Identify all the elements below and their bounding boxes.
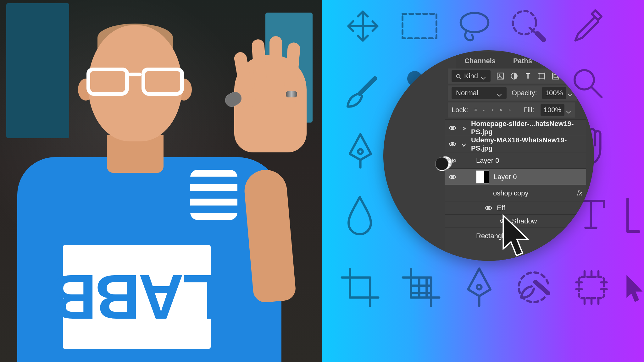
rectangular-marquee-icon: [401, 12, 438, 40]
brush-icon: [343, 75, 380, 112]
ring: [286, 91, 297, 97]
pen-icon: [341, 132, 379, 170]
opacity-label: Opacity:: [512, 89, 537, 97]
lock-row: Lock: Fill: 100%: [448, 102, 575, 118]
lock-all-icon[interactable]: [508, 106, 511, 114]
torso: LABB: [17, 157, 281, 362]
svg-point-4: [358, 149, 363, 154]
layer-group-2[interactable]: Udemy-MAX18-WhatsNew19-PS.jpg: [445, 136, 586, 152]
perspective-crop-icon: [401, 267, 441, 308]
opacity-value: 100%: [542, 87, 566, 99]
svg-point-3: [575, 70, 594, 90]
white-glasses: [86, 68, 184, 97]
effect-label: Eff: [497, 204, 505, 212]
person: LABB: [0, 0, 322, 362]
layers-panel-magnified: Channels Paths Kind T Normal Opacity: 10…: [383, 50, 594, 261]
zoom-icon: [570, 66, 605, 101]
svg-rect-23: [509, 110, 510, 111]
lock-transparent-icon[interactable]: [475, 106, 477, 114]
filter-adjust-icon[interactable]: [510, 72, 518, 80]
chevron-right-icon[interactable]: [461, 125, 467, 131]
svg-point-14: [544, 73, 545, 74]
panel-tabs: Channels Paths: [456, 52, 541, 70]
filter-kind-select[interactable]: Kind: [452, 70, 491, 82]
layer-group-1[interactable]: Homepage-slider-...hatsNew19-PS.jpg: [445, 119, 586, 136]
visibility-icon[interactable]: [448, 140, 457, 148]
lock-artboard-icon[interactable]: [500, 106, 502, 114]
svg-point-1: [461, 13, 488, 32]
search-icon: [456, 73, 462, 79]
filter-pixel-icon[interactable]: [496, 72, 504, 80]
svg-point-28: [487, 207, 490, 209]
fill-label: Fill:: [524, 106, 534, 114]
fill-input[interactable]: 100%: [541, 104, 571, 116]
svg-rect-6: [579, 277, 604, 298]
cursor-icon: [624, 273, 644, 305]
raised-hand: [234, 55, 307, 152]
patch-icon: [574, 267, 609, 308]
group-name: Homepage-slider-...hatsNew19-PS.jpg: [471, 120, 582, 136]
move-icon: [346, 9, 380, 43]
layer-name: Layer 0: [476, 156, 499, 165]
lock-label: Lock:: [452, 106, 468, 114]
opacity-input[interactable]: 100%: [542, 87, 573, 99]
lock-image-icon[interactable]: [483, 106, 485, 114]
fx-badge[interactable]: fx: [577, 189, 582, 197]
layer-mask-thumbnail: [476, 170, 489, 184]
svg-rect-17: [552, 73, 559, 79]
svg-point-13: [538, 73, 540, 74]
sleeve-stripes: [190, 170, 237, 220]
svg-point-16: [544, 78, 545, 80]
svg-point-8: [457, 74, 460, 78]
fill-value: 100%: [541, 104, 564, 116]
svg-point-5: [477, 285, 481, 289]
svg-rect-12: [539, 73, 544, 79]
svg-rect-19: [475, 109, 477, 111]
crop-icon: [340, 267, 380, 308]
tee-logo: LABB: [63, 245, 211, 349]
quick-selection-icon: [511, 9, 548, 43]
eyedropper-icon: [570, 7, 605, 45]
layer-name: oshop copy: [493, 189, 529, 197]
teardrop-icon: [344, 195, 375, 236]
filter-smart-icon[interactable]: [552, 72, 560, 80]
group-name: Udemy-MAX18-WhatsNew19-PS.jpg: [471, 136, 582, 152]
chevron-down-icon: [480, 74, 486, 78]
layer-filter-row: Kind T: [448, 69, 575, 84]
visibility-icon[interactable]: [448, 124, 457, 132]
chevron-down-icon: [566, 108, 571, 112]
overflow-icon: [624, 195, 643, 236]
pen-tool-icon: [460, 267, 498, 308]
svg-point-25: [451, 143, 454, 145]
svg-rect-0: [402, 14, 436, 38]
chevron-down-icon[interactable]: [461, 141, 467, 147]
filter-kind-label: Kind: [464, 72, 478, 80]
chevron-down-icon: [497, 91, 502, 95]
svg-rect-22: [501, 109, 502, 111]
chevron-down-icon: [567, 91, 573, 95]
filter-shape-icon[interactable]: [538, 72, 546, 80]
layer-row-layer0b-selected[interactable]: Layer 0: [445, 168, 586, 185]
svg-rect-18: [554, 74, 558, 78]
filter-type-icon[interactable]: T: [524, 72, 532, 80]
visibility-icon[interactable]: [448, 173, 457, 181]
tee-logo-text: LABB: [53, 261, 220, 333]
tab-paths[interactable]: Paths: [504, 52, 541, 70]
blend-mode-select[interactable]: Normal: [452, 87, 507, 99]
pointer-cursor-icon: [500, 214, 534, 261]
tab-channels[interactable]: Channels: [456, 52, 504, 70]
layer-row-layer0a[interactable]: Layer 0: [445, 152, 586, 168]
graphic-panel: Channels Paths Kind T Normal Opacity: 10…: [322, 0, 644, 362]
svg-point-27: [451, 176, 454, 178]
layer-effects-row[interactable]: Eff: [445, 201, 586, 214]
visibility-icon[interactable]: [484, 204, 492, 212]
lock-position-icon[interactable]: [491, 106, 494, 114]
layer-row-pscopy[interactable]: oshop copy fx: [445, 185, 586, 201]
blend-mode-value: Normal: [456, 89, 478, 97]
instructor-photo: LABB: [0, 0, 322, 362]
svg-rect-9: [497, 73, 503, 79]
svg-point-15: [538, 78, 540, 80]
svg-point-10: [499, 74, 500, 76]
lasso-icon: [457, 9, 492, 44]
rotate-brush-icon: [514, 267, 555, 308]
